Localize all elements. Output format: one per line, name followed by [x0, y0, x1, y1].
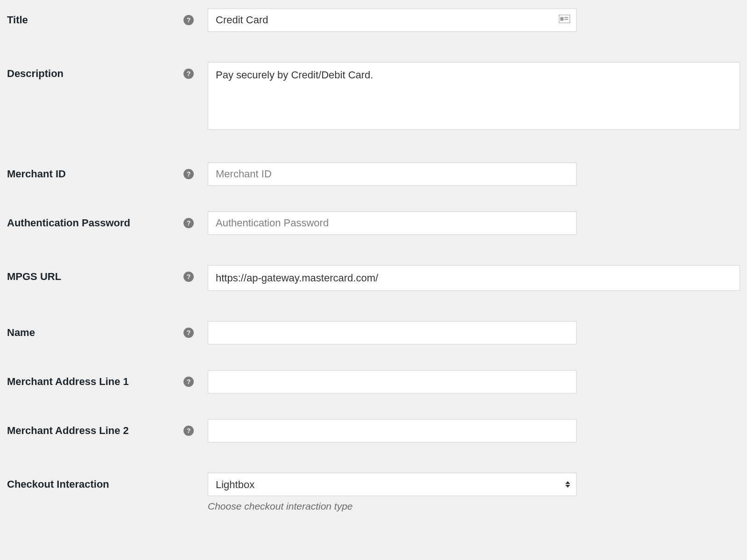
checkout-interaction-select[interactable]: Lightbox — [208, 473, 577, 496]
description-textarea[interactable]: Pay securely by Credit/Debit Card. — [208, 62, 740, 130]
title-input[interactable] — [208, 8, 577, 32]
addr2-input[interactable] — [208, 419, 577, 442]
help-icon[interactable]: ? — [183, 169, 194, 179]
help-icon[interactable]: ? — [183, 218, 194, 228]
title-label: Title — [7, 14, 183, 26]
addr1-label: Merchant Address Line 1 — [7, 376, 183, 388]
checkout-helper-text: Choose checkout interaction type — [208, 501, 740, 512]
checkout-interaction-label: Checkout Interaction — [7, 478, 208, 490]
addr1-input[interactable] — [208, 370, 577, 393]
help-icon[interactable]: ? — [183, 272, 194, 282]
help-icon[interactable]: ? — [183, 328, 194, 338]
name-label: Name — [7, 327, 183, 339]
auth-password-input[interactable] — [208, 211, 577, 235]
mpgs-url-input[interactable] — [208, 265, 740, 291]
addr2-label: Merchant Address Line 2 — [7, 425, 183, 437]
help-icon[interactable]: ? — [183, 426, 194, 436]
name-input[interactable] — [208, 321, 577, 344]
help-icon[interactable]: ? — [183, 69, 194, 79]
help-icon[interactable]: ? — [183, 377, 194, 387]
auth-password-label: Authentication Password — [7, 217, 183, 229]
help-icon[interactable]: ? — [183, 15, 194, 25]
mpgs-url-label: MPGS URL — [7, 271, 183, 283]
merchant-id-label: Merchant ID — [7, 168, 183, 180]
merchant-id-input[interactable] — [208, 162, 577, 186]
description-label: Description — [7, 68, 183, 80]
